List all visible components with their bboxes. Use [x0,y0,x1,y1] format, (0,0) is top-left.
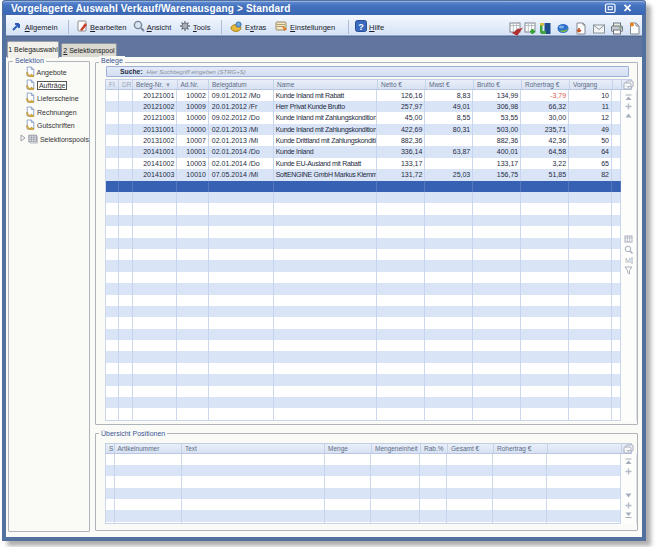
svg-text:M: M [625,257,631,264]
svg-text:?: ? [358,22,364,32]
